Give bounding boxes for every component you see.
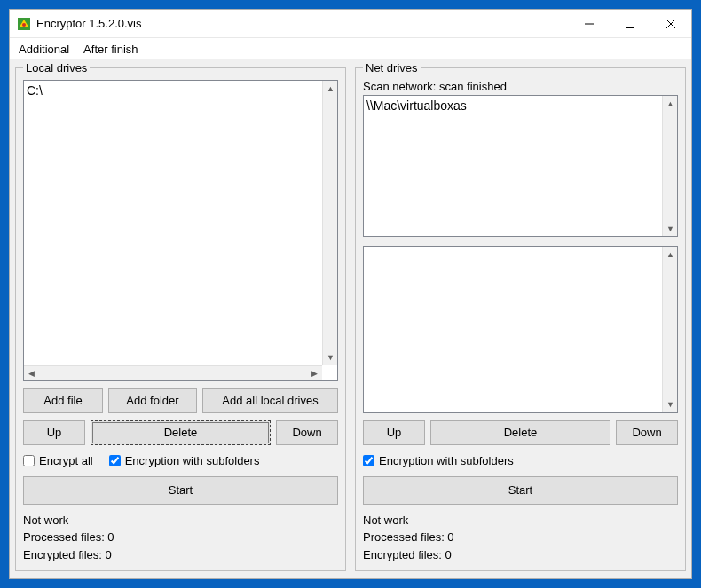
local-up-button[interactable]: Up	[23, 420, 85, 445]
net-status: Not work Processed files: 0 Encrypted fi…	[363, 512, 678, 564]
scroll-up-icon[interactable]: ▲	[663, 96, 678, 111]
close-icon	[666, 20, 675, 28]
local-status-encrypted: Encrypted files: 0	[23, 546, 338, 564]
vertical-scrollbar[interactable]: ▲ ▼	[662, 96, 677, 236]
menubar: Additional After finish	[10, 38, 691, 59]
scan-network-status: Scan network: scan finished	[363, 80, 678, 93]
net-move-row: Up Delete Down	[363, 420, 678, 445]
net-subfolders-input[interactable]	[363, 455, 374, 466]
add-folder-button[interactable]: Add folder	[108, 388, 197, 413]
net-subfolders-label: Encryption with subfolders	[379, 454, 514, 467]
list-item[interactable]: \\Mac\virtualboxas	[366, 98, 674, 114]
add-all-local-drives-button[interactable]: Add all local drives	[202, 388, 338, 413]
net-drives-bottom-listbox[interactable]: ▲ ▼	[363, 246, 678, 413]
local-start-button[interactable]: Start	[23, 476, 338, 505]
local-drives-legend: Local drives	[23, 61, 90, 74]
content-area: Local drives C:\ ▲ ▼ ◀ ▶ Add file Add fo…	[10, 59, 691, 578]
maximize-button[interactable]	[610, 11, 650, 37]
local-add-row: Add file Add folder Add all local drives	[23, 388, 338, 413]
net-drives-top-listbox[interactable]: \\Mac\virtualboxas ▲ ▼	[363, 95, 678, 237]
list-item[interactable]: C:\	[27, 82, 335, 99]
local-down-button[interactable]: Down	[276, 420, 338, 445]
net-status-encrypted: Encrypted files: 0	[363, 546, 678, 564]
local-status-notwork: Not work	[23, 512, 338, 529]
net-status-processed: Processed files: 0	[363, 529, 678, 546]
app-icon	[17, 17, 31, 31]
scroll-down-icon[interactable]: ▼	[663, 397, 678, 412]
local-delete-button[interactable]: Delete	[91, 420, 271, 445]
add-file-button[interactable]: Add file	[23, 388, 103, 413]
svg-rect-3	[626, 20, 634, 27]
local-subfolders-input[interactable]	[109, 455, 121, 466]
window-title: Encryptor 1.5.2.0.vis	[36, 17, 569, 30]
local-subfolders-label: Encryption with subfolders	[125, 454, 260, 467]
net-drives-group: Net drives Scan network: scan finished \…	[355, 61, 686, 571]
local-subfolders-checkbox[interactable]: Encryption with subfolders	[109, 454, 260, 467]
scroll-up-icon[interactable]: ▲	[323, 81, 338, 96]
vertical-scrollbar[interactable]: ▲ ▼	[322, 81, 337, 365]
net-subfolders-checkbox[interactable]: Encryption with subfolders	[363, 454, 514, 467]
encrypt-all-checkbox[interactable]: Encrypt all	[23, 454, 93, 467]
titlebar[interactable]: Encryptor 1.5.2.0.vis	[10, 10, 691, 38]
scroll-down-icon[interactable]: ▼	[663, 221, 678, 236]
net-delete-button[interactable]: Delete	[430, 420, 610, 445]
encrypt-all-input[interactable]	[23, 455, 35, 466]
local-status: Not work Processed files: 0 Encrypted fi…	[23, 512, 338, 564]
scroll-up-icon[interactable]: ▲	[663, 247, 678, 262]
local-checkbox-row: Encrypt all Encryption with subfolders	[23, 454, 338, 467]
net-panel: Net drives Scan network: scan finished \…	[355, 61, 686, 571]
svg-point-1	[22, 23, 26, 27]
net-drives-legend: Net drives	[363, 61, 421, 74]
scroll-down-icon[interactable]: ▼	[323, 350, 338, 365]
horizontal-scrollbar[interactable]: ◀ ▶	[24, 365, 322, 380]
net-start-button[interactable]: Start	[363, 476, 678, 505]
scroll-right-icon[interactable]: ▶	[307, 366, 322, 381]
net-up-button[interactable]: Up	[363, 420, 425, 445]
maximize-icon	[626, 20, 634, 28]
scroll-left-icon[interactable]: ◀	[24, 366, 39, 381]
minimize-button[interactable]	[569, 11, 610, 37]
local-drives-group: Local drives C:\ ▲ ▼ ◀ ▶ Add file Add fo…	[15, 61, 346, 571]
net-checkbox-row: Encryption with subfolders	[363, 454, 678, 467]
close-button[interactable]	[650, 11, 691, 37]
net-status-notwork: Not work	[363, 512, 678, 529]
menu-after-finish[interactable]: After finish	[83, 43, 138, 56]
encrypt-all-label: Encrypt all	[39, 454, 93, 467]
local-panel: Local drives C:\ ▲ ▼ ◀ ▶ Add file Add fo…	[15, 61, 346, 571]
local-move-row: Up Delete Down	[23, 420, 338, 445]
minimize-icon	[585, 20, 594, 28]
net-down-button[interactable]: Down	[616, 420, 678, 445]
vertical-scrollbar[interactable]: ▲ ▼	[662, 247, 677, 412]
app-window: Encryptor 1.5.2.0.vis Additional After f…	[9, 9, 692, 579]
local-status-processed: Processed files: 0	[23, 529, 338, 546]
menu-additional[interactable]: Additional	[19, 43, 69, 56]
local-drives-listbox[interactable]: C:\ ▲ ▼ ◀ ▶	[23, 80, 338, 381]
